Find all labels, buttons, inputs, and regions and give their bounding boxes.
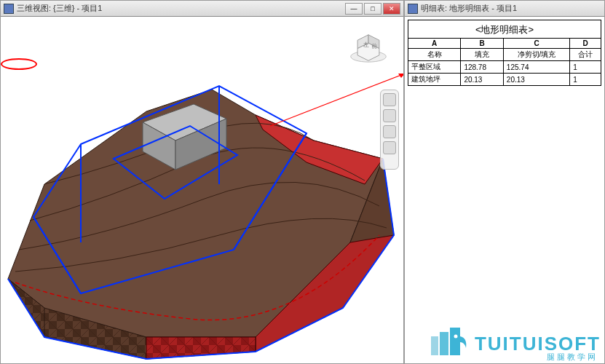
header-fill: 填充 xyxy=(461,49,503,61)
minimize-button[interactable]: — xyxy=(345,3,363,15)
terrain-model xyxy=(1,17,403,363)
cell-netcut[interactable]: 20.13 xyxy=(503,74,569,86)
header-name: 名称 xyxy=(408,49,461,61)
schedule-table[interactable]: A B C D 名称 填充 净剪切/填充 合计 平整区域 1 xyxy=(408,38,601,86)
cell-total[interactable]: 1 xyxy=(570,61,601,74)
column-header-row: 名称 填充 净剪切/填充 合计 xyxy=(408,49,601,61)
schedule-heading: <地形明细表> xyxy=(408,20,601,38)
col-c[interactable]: C xyxy=(503,39,569,49)
svg-rect-5 xyxy=(431,336,438,355)
close-button[interactable]: ✕ xyxy=(383,3,400,15)
schedule-titlebar[interactable]: 明细表: 地形明细表 - 项目1 xyxy=(405,1,604,17)
cell-total[interactable]: 1 xyxy=(570,74,601,86)
table-row[interactable]: 平整区域 128.78 125.74 1 xyxy=(408,61,601,74)
column-letter-row: A B C D xyxy=(408,39,601,49)
cell-name[interactable]: 平整区域 xyxy=(408,61,461,74)
schedule-title: 明细表: 地形明细表 - 项目1 xyxy=(421,3,601,14)
app-icon xyxy=(4,4,14,14)
window-controls: — □ ✕ xyxy=(345,3,400,15)
svg-rect-7 xyxy=(450,328,460,355)
header-total: 合计 xyxy=(570,49,601,61)
cell-fill[interactable]: 20.13 xyxy=(461,74,503,86)
steering-wheel-icon[interactable] xyxy=(383,93,396,106)
navigation-bar[interactable] xyxy=(380,90,399,170)
svg-rect-6 xyxy=(440,332,448,355)
cell-fill[interactable]: 128.78 xyxy=(461,61,503,74)
schedule-window: 明细表: 地形明细表 - 项目1 <地形明细表> A B C D 名称 填充 净… xyxy=(404,0,605,364)
viewcube-left-label: 左 xyxy=(363,41,369,48)
pan-icon[interactable] xyxy=(383,109,396,122)
callout-ellipse xyxy=(1,58,37,70)
viewcube-front-label: 前 xyxy=(371,42,377,50)
watermark-subtitle: 腿腿教学网 xyxy=(547,352,598,363)
3d-view-window: 三维视图: {三维} - 项目1 — □ ✕ xyxy=(0,0,404,364)
header-netcut: 净剪切/填充 xyxy=(503,49,569,61)
app-icon xyxy=(408,4,418,14)
schedule-content: <地形明细表> A B C D 名称 填充 净剪切/填充 合计 xyxy=(405,17,604,89)
viewcube[interactable]: 左 前 xyxy=(348,23,389,63)
svg-point-8 xyxy=(454,335,457,339)
zoom-icon[interactable] xyxy=(383,125,396,138)
3d-viewport[interactable]: 左 前 xyxy=(1,17,403,363)
maximize-button[interactable]: □ xyxy=(364,3,381,15)
orbit-icon[interactable] xyxy=(383,141,396,154)
col-a[interactable]: A xyxy=(408,39,461,49)
elephant-icon xyxy=(430,328,469,360)
cell-name[interactable]: 建筑地坪 xyxy=(408,74,461,86)
col-b[interactable]: B xyxy=(461,39,503,49)
3dview-titlebar[interactable]: 三维视图: {三维} - 项目1 — □ ✕ xyxy=(1,1,403,17)
3dview-title: 三维视图: {三维} - 项目1 xyxy=(17,3,345,14)
table-row[interactable]: 建筑地坪 20.13 20.13 1 xyxy=(408,74,601,86)
cell-netcut[interactable]: 125.74 xyxy=(503,61,569,74)
col-d[interactable]: D xyxy=(570,39,601,49)
